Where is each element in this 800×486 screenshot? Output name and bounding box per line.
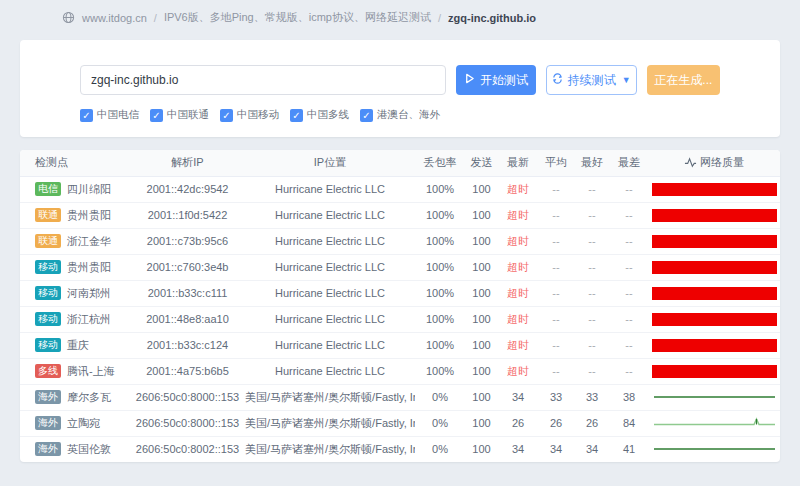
avg-ping: --: [538, 254, 574, 280]
table-row: 海外摩尔多瓦 2606:50c0:8000::153 美国/马萨诸塞州/奥尔斯顿…: [20, 384, 780, 410]
latest-ping: 超时: [498, 306, 538, 332]
resolved-ip: 2001::c73b:95c6: [130, 228, 245, 254]
generating-button[interactable]: 正在生成...: [647, 65, 720, 95]
isp-checkbox-label: 港澳台、海外: [377, 108, 440, 122]
table-row: 联通浙江金华 2001::c73b:95c6 Hurricane Electri…: [20, 228, 780, 254]
sent-count: 100: [465, 202, 498, 228]
breadcrumb-site[interactable]: www.itdog.cn: [82, 12, 147, 24]
table-row: 移动贵州贵阳 2001::c760:3e4b Hurricane Electri…: [20, 254, 780, 280]
network-quality-indicator: [648, 358, 780, 384]
table-row: 多线腾讯-上海 2001::4a75:b6b5 Hurricane Electr…: [20, 358, 780, 384]
network-quality-indicator: [648, 410, 780, 436]
sent-count: 100: [465, 410, 498, 436]
resolved-ip: 2001::4a75:b6b5: [130, 358, 245, 384]
play-icon: [464, 73, 475, 87]
breadcrumb: www.itdog.cn / IPV6版、多地Ping、常规版、icmp协议、网…: [0, 0, 800, 33]
best-ping: --: [574, 202, 610, 228]
resolved-ip: 2001::b33c:c124: [130, 332, 245, 358]
resolved-ip: 2001::b33c:c111: [130, 280, 245, 306]
resolved-ip: 2001::48e8:aa10: [130, 306, 245, 332]
worst-ping: 84: [610, 410, 648, 436]
breadcrumb-separator: /: [154, 12, 157, 24]
carrier-badge: 电信: [35, 182, 61, 196]
checkbox-checked-icon: ✓: [150, 109, 163, 122]
sent-count: 100: [465, 358, 498, 384]
checkbox-checked-icon: ✓: [80, 109, 93, 122]
carrier-badge: 海外: [35, 390, 61, 404]
ping-table-body: 电信四川绵阳 2001::42dc:9542 Hurricane Electri…: [20, 176, 780, 462]
sent-count: 100: [465, 280, 498, 306]
packet-loss-value: 0%: [415, 410, 465, 436]
table-row: 移动浙江杭州 2001::48e8:aa10 Hurricane Electri…: [20, 306, 780, 332]
sent-count: 100: [465, 254, 498, 280]
ip-location: Hurricane Electric LLC: [245, 228, 415, 254]
worst-ping: --: [610, 280, 648, 306]
carrier-badge: 联通: [35, 208, 61, 222]
table-header-row: 检测点解析IPIP位置丢包率发送最新平均最好最差网络质量: [20, 150, 780, 176]
network-quality-indicator: [648, 436, 780, 462]
avg-ping: 34: [538, 436, 574, 462]
best-ping: --: [574, 306, 610, 332]
isp-checkbox[interactable]: ✓中国电信: [80, 108, 139, 122]
avg-ping: 33: [538, 384, 574, 410]
best-ping: 33: [574, 384, 610, 410]
sent-count: 100: [465, 384, 498, 410]
sent-count: 100: [465, 332, 498, 358]
quality-red-bar: [652, 365, 777, 378]
node-location: 重庆: [67, 339, 89, 351]
column-header: 最差: [610, 150, 648, 176]
isp-checkbox-label: 中国移动: [237, 108, 279, 122]
carrier-badge: 多线: [35, 364, 61, 378]
checkbox-checked-icon: ✓: [290, 109, 303, 122]
isp-checkbox[interactable]: ✓港澳台、海外: [360, 108, 440, 122]
best-ping: 26: [574, 410, 610, 436]
pulse-icon: [684, 156, 697, 169]
test-control-card: 开始测试 持续测试 ▼ 正在生成... ✓中国电信✓中国联通✓中国移动✓中国多线…: [20, 40, 780, 137]
breadcrumb-separator: /: [438, 12, 441, 24]
table-row: 移动重庆 2001::b33c:c124 Hurricane Electric …: [20, 332, 780, 358]
quality-red-bar: [652, 261, 777, 274]
table-row: 电信四川绵阳 2001::42dc:9542 Hurricane Electri…: [20, 176, 780, 202]
ip-location: Hurricane Electric LLC: [245, 332, 415, 358]
resolved-ip: 2001::c760:3e4b: [130, 254, 245, 280]
column-header: 平均: [538, 150, 574, 176]
worst-ping: 41: [610, 436, 648, 462]
carrier-badge: 移动: [35, 286, 61, 300]
isp-checkbox[interactable]: ✓中国多线: [290, 108, 349, 122]
packet-loss-value: 0%: [415, 436, 465, 462]
network-quality-indicator: [648, 306, 780, 332]
network-quality-indicator: [648, 280, 780, 306]
ip-location: Hurricane Electric LLC: [245, 280, 415, 306]
packet-loss-value: 100%: [415, 332, 465, 358]
worst-ping: --: [610, 202, 648, 228]
quality-red-bar: [652, 183, 777, 196]
continuous-test-button[interactable]: 持续测试 ▼: [546, 65, 637, 95]
loop-icon: [552, 73, 563, 87]
latest-ping: 26: [498, 410, 538, 436]
isp-checkbox[interactable]: ✓中国移动: [220, 108, 279, 122]
ip-location: Hurricane Electric LLC: [245, 176, 415, 202]
resolved-ip: 2606:50c0:8000::153: [130, 384, 245, 410]
start-test-label: 开始测试: [480, 72, 528, 89]
worst-ping: --: [610, 306, 648, 332]
carrier-badge: 海外: [35, 442, 61, 456]
latest-ping: 超时: [498, 176, 538, 202]
packet-loss-value: 0%: [415, 384, 465, 410]
isp-checkbox-label: 中国多线: [307, 108, 349, 122]
chevron-down-icon: ▼: [622, 75, 631, 85]
worst-ping: --: [610, 332, 648, 358]
host-input[interactable]: [80, 65, 446, 95]
packet-loss-value: 100%: [415, 202, 465, 228]
packet-loss-value: 100%: [415, 176, 465, 202]
breadcrumb-target-host: zgq-inc.github.io: [448, 12, 536, 24]
node-location: 腾讯-上海: [67, 365, 115, 377]
avg-ping: --: [538, 280, 574, 306]
start-test-button[interactable]: 开始测试: [456, 65, 535, 95]
isp-checkbox[interactable]: ✓中国联通: [150, 108, 209, 122]
node-location: 贵州贵阳: [67, 261, 111, 273]
column-header: 发送: [465, 150, 498, 176]
column-header: 丢包率: [415, 150, 465, 176]
avg-ping: --: [538, 228, 574, 254]
carrier-badge: 移动: [35, 338, 61, 352]
ping-results-card: 检测点解析IPIP位置丢包率发送最新平均最好最差网络质量 电信四川绵阳 2001…: [20, 150, 780, 462]
